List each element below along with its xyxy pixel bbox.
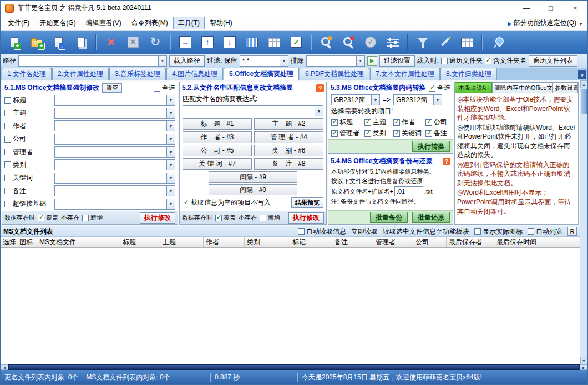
menu-help[interactable]: 帮助(H) [205, 17, 237, 29]
execute-modify-button[interactable]: 执行修改 [288, 212, 324, 224]
field-checkbox-hyperlink-base[interactable]: 超链接基础 [4, 199, 52, 209]
menu-command-list[interactable]: 命令列表(M) [126, 17, 173, 29]
columns-view-button[interactable] [241, 32, 262, 52]
select-all-checkbox[interactable]: 全选 [154, 83, 175, 93]
column-header-file[interactable]: MS文档文件 [37, 237, 120, 247]
field-checkbox-category[interactable]: 类别 [4, 160, 52, 170]
tab-music-tags[interactable]: 3.音乐标签处理 [109, 68, 166, 80]
scroll-right-button[interactable] [580, 364, 587, 370]
convert-company-checkbox[interactable]: 公司 [425, 118, 450, 127]
search-clear-button[interactable] [338, 32, 359, 52]
gap0-button[interactable]: 间隔 - #0 [209, 184, 297, 195]
column-header-category[interactable]: 类别 [245, 237, 290, 247]
move-down-button[interactable] [219, 32, 240, 52]
field-checkbox-company[interactable]: 公司 [4, 134, 52, 144]
convert-category-checkbox[interactable]: 类别 [364, 129, 392, 138]
execute-convert-button[interactable]: 执行转换 [412, 141, 450, 152]
scroll-left-button[interactable] [1, 364, 8, 370]
horizontal-scrollbar[interactable] [1, 364, 587, 370]
clear-office-memory-button[interactable]: 清除内存中的Office文件 [492, 82, 552, 93]
tab-file-classify[interactable]: 8.文件归类处理 [440, 68, 497, 80]
field-checkbox-comments[interactable]: 备注 [4, 186, 52, 196]
checklist-button[interactable] [286, 32, 307, 52]
select-all-checkbox[interactable]: 全选 [429, 83, 450, 93]
field-checkbox-title[interactable]: 标题 [4, 95, 52, 105]
field-combo-hyperlink-base[interactable] [54, 199, 175, 210]
column-header-last-saved-by[interactable]: 最后保存者 [447, 237, 494, 247]
keep-filter-combo[interactable]: *.* [240, 55, 288, 67]
overwrite-checkbox[interactable]: 覆盖 [215, 214, 236, 222]
column-header-manager[interactable]: 管理者 [373, 237, 413, 247]
backup-suffix-input[interactable] [394, 186, 423, 196]
overwrite-checkbox[interactable]: 覆盖 [38, 214, 58, 222]
field-checkbox-subject[interactable]: 主题 [4, 108, 52, 118]
load-path-button[interactable]: 载入路径 [169, 55, 205, 67]
tab-file-attributes[interactable]: 2.文件属性处理 [52, 68, 109, 80]
read-selected-button[interactable]: 读取选中文件信息至功能板块 [383, 227, 469, 236]
column-header-author[interactable]: 作者 [204, 237, 245, 247]
move-up-button[interactable] [197, 32, 218, 52]
tab-pdf-properties[interactable]: 6.PDF文档属性处理 [300, 68, 369, 80]
field-combo-author[interactable] [54, 120, 175, 131]
copy-list-button[interactable] [70, 32, 92, 52]
tab-office-summary[interactable]: 5.Office文档摘要处理 [224, 68, 299, 80]
path-combo[interactable] [18, 55, 167, 67]
gap9-button[interactable]: 间隔 - #9 [209, 171, 297, 183]
show-real-icons-checkbox[interactable]: 显示实际图标 [474, 227, 523, 236]
pin-button[interactable] [486, 32, 508, 52]
token-comments-button[interactable]: 备 注 - #8 [254, 158, 323, 170]
token-category-button[interactable]: 类 别 - #6 [254, 145, 323, 156]
column-header-title[interactable]: 标题 [120, 237, 160, 247]
menu-overflow-button[interactable] [576, 19, 585, 27]
column-header-icon[interactable]: 图标 [17, 237, 37, 247]
move-right-button[interactable] [175, 32, 196, 52]
field-combo-category[interactable] [54, 159, 175, 170]
tab-text-properties[interactable]: 7.文本文件属性处理 [370, 68, 440, 80]
to-encoding-combo[interactable]: GB2312简体 [393, 94, 442, 105]
field-checkbox-keywords[interactable]: 关键词 [4, 173, 52, 183]
menu-tools[interactable]: 工具(T) [173, 17, 205, 29]
adjust-button[interactable] [382, 32, 403, 52]
scroll-up-button[interactable] [580, 80, 587, 88]
menu-start-rename[interactable]: 开始更名(G) [34, 17, 80, 29]
include-folder-name-checkbox[interactable]: 含文件夹名 [485, 56, 526, 65]
convert-title-checkbox[interactable]: 标题 [331, 118, 363, 127]
delete-button[interactable] [100, 32, 121, 52]
delete-all-button[interactable] [123, 32, 144, 52]
column-header-mark[interactable]: 标记 [290, 237, 332, 247]
field-combo-title[interactable] [54, 95, 175, 106]
maximize-button[interactable]: □ [539, 1, 563, 16]
load-list-button[interactable] [48, 32, 69, 52]
token-title-button[interactable]: 标 题 - #1 [183, 118, 252, 130]
menu-edit-view[interactable]: 编辑查看(V) [81, 17, 126, 29]
parameter-settings-button[interactable]: 参数设置 [552, 82, 578, 93]
exclude-filter-combo[interactable] [306, 55, 365, 67]
batch-backup-button[interactable]: 批量备份 [370, 212, 408, 223]
search-settings-button[interactable] [316, 32, 337, 52]
from-encoding-combo[interactable]: GB2312简体 [331, 94, 380, 105]
field-combo-company[interactable] [54, 134, 175, 145]
traverse-file-list-button[interactable]: 遍历文件列表 [529, 55, 577, 67]
append-checkbox[interactable]: 新增 [82, 214, 103, 222]
field-combo-manager[interactable] [54, 146, 175, 158]
apply-filter-button[interactable] [367, 56, 377, 66]
expression-combo[interactable] [183, 105, 323, 116]
refresh-button[interactable] [145, 32, 166, 52]
token-manager-button[interactable]: 管 理 者 - #4 [254, 131, 323, 143]
convert-manager-checkbox[interactable]: 管理者 [331, 129, 363, 138]
column-header-subject[interactable]: 主题 [160, 237, 204, 247]
field-checkbox-manager[interactable]: 管理者 [4, 148, 52, 157]
horizontal-scroll-thumb[interactable] [8, 364, 580, 370]
tab-filename[interactable]: 1.文件名处理 [2, 68, 52, 80]
vertical-scroll-thumb[interactable] [581, 89, 587, 114]
scroll-down-button[interactable] [580, 357, 587, 364]
skip-empty-checkbox[interactable]: 获取信息为空的项目不写入 [183, 198, 271, 207]
auto-col-width-checkbox[interactable]: 自动列宽 [528, 227, 562, 236]
convert-comments-checkbox[interactable]: 备注 [425, 129, 450, 138]
column-header-comments[interactable]: 备注 [332, 237, 373, 247]
convert-subject-checkbox[interactable]: 主题 [364, 118, 392, 127]
token-author-button[interactable]: 作 者 - #3 [183, 131, 252, 143]
token-subject-button[interactable]: 主 题 - #2 [254, 118, 323, 130]
field-combo-keywords[interactable] [54, 173, 175, 184]
help-icon[interactable]: ? [443, 158, 450, 165]
